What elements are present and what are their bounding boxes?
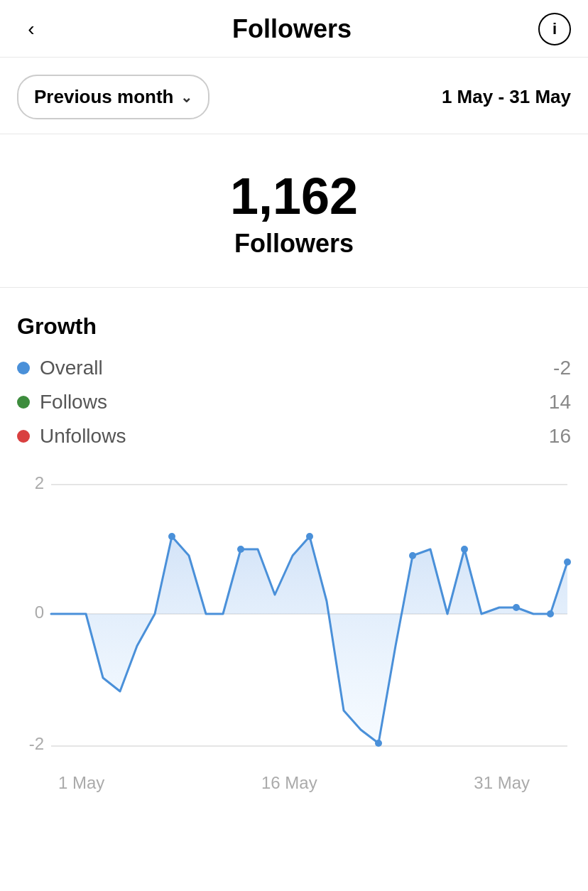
follows-label: Follows [40, 391, 107, 414]
followers-label: Followers [234, 229, 354, 259]
svg-point-9 [375, 740, 382, 747]
svg-point-10 [409, 552, 416, 559]
date-range-label: 1 May - 31 May [442, 86, 571, 108]
svg-point-12 [513, 604, 520, 611]
x-label-start: 1 May [58, 773, 104, 793]
svg-text:2: 2 [35, 473, 44, 492]
info-icon: i [552, 20, 557, 38]
svg-point-8 [306, 533, 313, 540]
x-label-end: 31 May [474, 773, 530, 793]
follows-value: 14 [549, 391, 571, 414]
followers-count: 1,162 [230, 168, 358, 225]
overall-value: -2 [553, 357, 571, 379]
page-title: Followers [232, 14, 352, 44]
follows-dot [17, 396, 30, 409]
filter-bar: Previous month ⌄ 1 May - 31 May [0, 58, 588, 134]
unfollows-value: 16 [549, 425, 571, 448]
svg-point-7 [237, 546, 244, 553]
chart-svg: 2 0 -2 [17, 469, 571, 767]
info-button[interactable]: i [538, 13, 571, 45]
chevron-down-icon: ⌄ [180, 89, 192, 106]
overall-label: Overall [40, 357, 103, 379]
unfollows-label: Unfollows [40, 425, 126, 448]
svg-point-14 [564, 558, 571, 566]
growth-title: Growth [17, 313, 571, 340]
legend-item-overall: Overall -2 [17, 357, 571, 379]
svg-point-13 [547, 610, 554, 617]
stats-section: 1,162 Followers [0, 134, 588, 288]
svg-point-6 [168, 533, 175, 540]
svg-text:-2: -2 [29, 734, 44, 753]
svg-text:0: 0 [35, 603, 44, 622]
svg-point-11 [461, 546, 468, 553]
x-label-mid: 16 May [261, 773, 317, 793]
legend-item-follows: Follows 14 [17, 391, 571, 414]
overall-dot [17, 362, 30, 374]
header: ‹ Followers i [0, 0, 588, 58]
chart-x-labels: 1 May 16 May 31 May [17, 767, 571, 793]
legend-item-unfollows: Unfollows 16 [17, 425, 571, 448]
growth-chart: 2 0 -2 [17, 469, 571, 767]
back-button[interactable]: ‹ [17, 18, 45, 40]
growth-section: Growth Overall -2 Follows 14 Unfollows 1… [0, 288, 588, 793]
unfollows-dot [17, 430, 30, 443]
period-dropdown[interactable]: Previous month ⌄ [17, 75, 209, 119]
period-dropdown-label: Previous month [34, 86, 173, 108]
